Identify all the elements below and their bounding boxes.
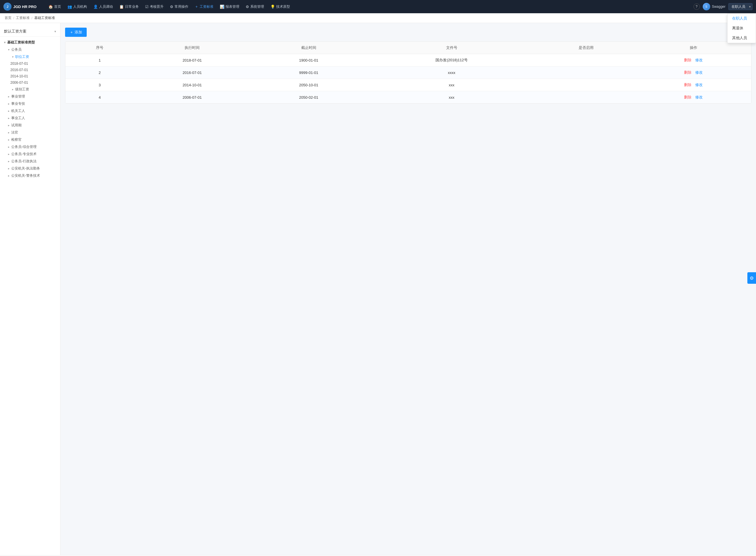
nav-item-operations[interactable]: ⚙ 常用操作: [167, 3, 191, 10]
help-button[interactable]: ?: [693, 3, 700, 10]
nav-item-assessment-label: 考核晋升: [150, 4, 164, 9]
tree-arrow-civil-general: ▸: [8, 145, 9, 148]
sidebar-item-business-tech-label: 事业专技: [11, 101, 25, 106]
nav-items: 🏠 首页 👥 人员机构 👤 人员调动 📋 日常业务 ☑ 考核晋升 ⚙ 常用操作 …: [45, 3, 693, 10]
tree-arrow-position: ▾: [12, 55, 13, 59]
sidebar-item-civil-enforcement[interactable]: ▸ 公务员-行政执法: [0, 158, 60, 165]
sidebar-expand-icon[interactable]: ▾: [55, 30, 56, 33]
sidebar-item-agency-worker-label: 机关工人: [11, 108, 25, 113]
sidebar-item-civil[interactable]: ▾ 公务员: [0, 46, 60, 53]
table-header-row: 序号 执行时间 截止时间 文件号 是否启用 操作: [65, 42, 751, 54]
operations-icon: ⚙: [170, 5, 173, 9]
edit-link-1[interactable]: 修改: [695, 70, 703, 74]
col-enabled: 是否启用: [536, 42, 636, 54]
nav-item-tech[interactable]: 💡 技术原型: [268, 3, 293, 10]
sidebar-item-business-mgmt[interactable]: ▸ 事业管理: [0, 93, 60, 100]
tree-arrow-institution-worker: ▸: [8, 116, 9, 120]
home-icon: 🏠: [48, 5, 53, 9]
nav-item-salary-label: 工资标准: [200, 4, 213, 9]
sidebar-item-probation[interactable]: ▸ 试用期: [0, 122, 60, 129]
sidebar-item-position-salary-label: 职位工资: [15, 55, 29, 59]
sidebar-header: 默认工资方案 ▾: [0, 27, 60, 37]
navbar-right: ? S Swagger 在职人员 离退休 其他人员: [693, 3, 753, 10]
table-row: 1 2018-07-01 1900-01-01 国办发(2018)112号 删除…: [65, 54, 751, 67]
sidebar-item-business-tech[interactable]: ▸ 事业专技: [0, 100, 60, 107]
tree-arrow-business-tech: ▸: [8, 102, 9, 105]
salary-icon: ＋: [195, 4, 198, 9]
cell-index-0: 1: [65, 54, 134, 67]
navbar: J JGD HR PRO 🏠 首页 👥 人员机构 👤 人员调动 📋 日常业务 ☑…: [0, 0, 756, 13]
edit-link-3[interactable]: 修改: [695, 95, 703, 99]
tree-arrow-probation: ▸: [8, 124, 9, 127]
breadcrumb-salary[interactable]: 工资标准: [16, 15, 30, 21]
nav-item-reports[interactable]: 📊 报表管理: [217, 3, 242, 10]
sidebar-item-category-label: 基础工资标准类型: [7, 40, 35, 45]
delete-link-0[interactable]: 删除: [684, 58, 691, 62]
sidebar-item-civil-general-label: 公务员-综合管理: [11, 144, 37, 149]
tech-icon: 💡: [270, 5, 275, 9]
cell-actions-1: 删除 修改: [636, 67, 751, 79]
sidebar-item-2006[interactable]: 2006-07-01: [0, 79, 60, 86]
sidebar-item-2014[interactable]: 2014-10-01: [0, 73, 60, 79]
sidebar-item-civil-general[interactable]: ▸ 公务员-综合管理: [0, 143, 60, 150]
nav-item-org-label: 人员机构: [73, 4, 87, 9]
reports-icon: 📊: [220, 5, 224, 9]
nav-item-org[interactable]: 👥 人员机构: [65, 3, 90, 10]
sidebar-item-institution-worker[interactable]: ▸ 事业工人: [0, 114, 60, 122]
nav-item-system[interactable]: ⚙ 系统管理: [243, 3, 267, 10]
sidebar-item-police-enforcement[interactable]: ▸ 公安机关-执法勤务: [0, 165, 60, 172]
sidebar-item-police-tech[interactable]: ▸ 公安机关-警务技术: [0, 172, 60, 179]
data-table: 序号 执行时间 截止时间 文件号 是否启用 操作 1 2018-07-01 19…: [65, 41, 751, 104]
sidebar-item-2018-label: 2018-07-01: [10, 62, 28, 66]
daily-icon: 📋: [119, 5, 124, 9]
dropdown-item-other[interactable]: 其他人员: [727, 33, 756, 43]
breadcrumb: 首页 / 工资标准 / 基础工资标准: [0, 13, 756, 23]
cell-enabled-0: [536, 54, 636, 67]
edit-link-2[interactable]: 修改: [695, 82, 703, 87]
sidebar-item-rank-salary[interactable]: ▸ 级别工资: [0, 86, 60, 93]
content-area: ＋ 添加 序号 执行时间 截止时间 文件号 是否启用 操作 1 20: [61, 23, 756, 555]
col-exec-time: 执行时间: [134, 42, 250, 54]
edit-link-0[interactable]: 修改: [695, 58, 703, 62]
sidebar-item-2016[interactable]: 2016-07-01: [0, 67, 60, 73]
nav-item-tech-label: 技术原型: [276, 4, 290, 9]
delete-link-3[interactable]: 删除: [684, 95, 691, 99]
cell-end-time-1: 9999-01-01: [251, 67, 367, 79]
sidebar-item-civil-enforcement-label: 公务员-行政执法: [11, 159, 37, 164]
tree-arrow-prosecutor: ▸: [8, 138, 9, 141]
sidebar-item-police-tech-label: 公安机关-警务技术: [11, 173, 40, 178]
nav-item-daily-label: 日常业务: [125, 4, 139, 9]
sidebar-item-position-salary[interactable]: ▾ 职位工资: [0, 53, 60, 61]
dropdown-item-active[interactable]: 在职人员: [727, 13, 756, 23]
settings-fab[interactable]: ⚙: [747, 272, 756, 284]
user-area[interactable]: S Swagger: [703, 3, 725, 10]
nav-item-transfer[interactable]: 👤 人员调动: [91, 3, 116, 10]
tree-arrow-business-mgmt: ▸: [8, 95, 9, 98]
employee-selector[interactable]: 在职人员 离退休 其他人员: [728, 3, 753, 10]
nav-item-daily[interactable]: 📋 日常业务: [117, 3, 142, 10]
dropdown-item-retired[interactable]: 离退休: [727, 23, 756, 33]
tree-arrow-agency-worker: ▸: [8, 109, 9, 112]
nav-item-system-label: 系统管理: [250, 4, 264, 9]
tree-arrow-civil-enforcement: ▸: [8, 160, 9, 163]
tree-arrow-judge: ▸: [8, 131, 9, 134]
delete-link-2[interactable]: 删除: [684, 82, 691, 87]
cell-file-no-3: xxx: [367, 91, 536, 104]
sidebar-item-judge[interactable]: ▸ 法官: [0, 129, 60, 136]
sidebar-item-prosecutor[interactable]: ▸ 检察官: [0, 136, 60, 143]
breadcrumb-home[interactable]: 首页: [5, 15, 11, 21]
nav-item-home[interactable]: 🏠 首页: [45, 3, 64, 10]
nav-item-salary[interactable]: ＋ 工资标准: [192, 3, 216, 10]
sidebar-item-category[interactable]: ▾ 基础工资标准类型: [0, 39, 60, 46]
tree-arrow-rank: ▸: [12, 88, 13, 91]
sidebar-item-civil-tech[interactable]: ▸ 公务员-专业技术: [0, 150, 60, 158]
cell-enabled-1: [536, 67, 636, 79]
brand: J JGD HR PRO: [3, 3, 41, 11]
add-button[interactable]: ＋ 添加: [65, 28, 87, 37]
nav-item-assessment[interactable]: ☑ 考核晋升: [142, 3, 166, 10]
sidebar-item-2018[interactable]: 2018-07-01: [0, 61, 60, 67]
sidebar-item-agency-worker[interactable]: ▸ 机关工人: [0, 107, 60, 114]
cell-exec-time-3: 2006-07-01: [134, 91, 250, 104]
sidebar-scheme-label: 默认工资方案: [4, 29, 27, 34]
delete-link-1[interactable]: 删除: [684, 70, 691, 74]
